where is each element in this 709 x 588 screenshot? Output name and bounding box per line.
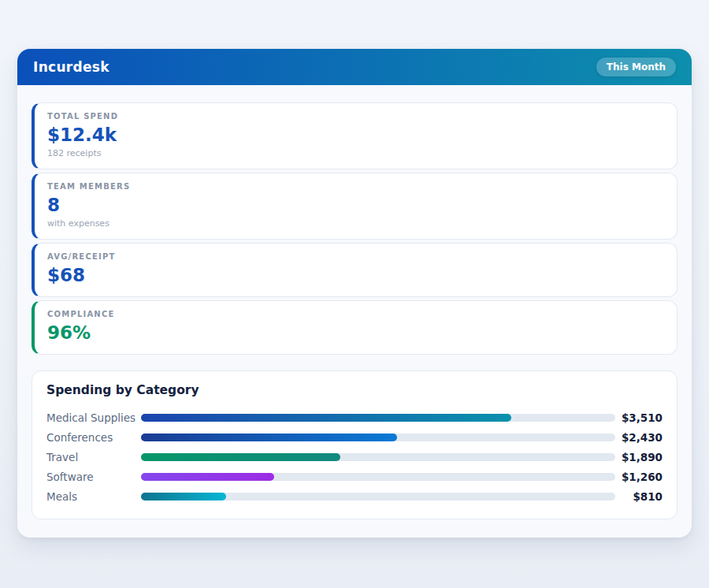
- chart-row: Software$1,260: [46, 467, 663, 486]
- stat-subtext: with expenses: [47, 218, 664, 229]
- bar-fill: [141, 434, 397, 441]
- bar-track: [141, 493, 615, 501]
- stat-card: COMPLIANCE96%: [32, 300, 677, 355]
- stat-label: TEAM MEMBERS: [47, 182, 664, 191]
- chart-rows: Medical Supplies$3,510Conferences$2,430T…: [46, 408, 663, 506]
- stat-value: 96%: [47, 322, 664, 344]
- bar-fill: [141, 493, 226, 501]
- stat-label: TOTAL SPEND: [47, 112, 664, 121]
- bar-track: [141, 473, 615, 481]
- bar-category-label: Conferences: [46, 431, 141, 444]
- chart-row: Conferences$2,430: [46, 427, 663, 447]
- chart-row: Medical Supplies$3,510: [46, 408, 663, 427]
- dashboard-panel: Incurdesk This Month TOTAL SPEND$12.4k18…: [17, 49, 692, 538]
- bar-fill: [141, 473, 274, 481]
- bar-category-label: Medical Supplies: [46, 411, 141, 424]
- period-badge[interactable]: This Month: [596, 58, 676, 76]
- bar-value-label: $810: [615, 490, 663, 503]
- bar-track: [141, 434, 615, 441]
- app-title: Incurdesk: [33, 59, 110, 75]
- stat-subtext: 182 receipts: [47, 148, 664, 158]
- stat-card: TOTAL SPEND$12.4k182 receipts: [32, 102, 677, 169]
- stat-value: 8: [47, 194, 664, 216]
- bar-value-label: $1,890: [615, 451, 663, 463]
- stat-card: AVG/RECEIPT$68: [32, 243, 677, 297]
- stat-label: AVG/RECEIPT: [47, 252, 664, 261]
- chart-title: Spending by Category: [46, 383, 663, 397]
- app-header: Incurdesk This Month: [17, 49, 692, 85]
- chart-row: Travel$1,890: [46, 447, 663, 467]
- bar-fill: [141, 453, 340, 461]
- stats-list: TOTAL SPEND$12.4k182 receiptsTEAM MEMBER…: [17, 85, 692, 355]
- bar-value-label: $3,510: [615, 411, 663, 424]
- bar-track: [141, 453, 615, 461]
- bar-category-label: Meals: [46, 490, 141, 503]
- chart-card: Spending by Category Medical Supplies$3,…: [32, 370, 677, 519]
- bar-fill: [141, 414, 511, 422]
- stat-value: $12.4k: [47, 124, 664, 146]
- chart-row: Meals$810: [46, 486, 663, 506]
- bar-track: [141, 414, 615, 422]
- stat-label: COMPLIANCE: [47, 310, 664, 318]
- bar-value-label: $2,430: [615, 431, 663, 444]
- bar-category-label: Software: [46, 471, 141, 483]
- stat-card: TEAM MEMBERS8with expenses: [32, 173, 677, 240]
- stat-value: $68: [47, 264, 664, 286]
- bar-value-label: $1,260: [615, 471, 663, 483]
- bar-category-label: Travel: [46, 451, 141, 463]
